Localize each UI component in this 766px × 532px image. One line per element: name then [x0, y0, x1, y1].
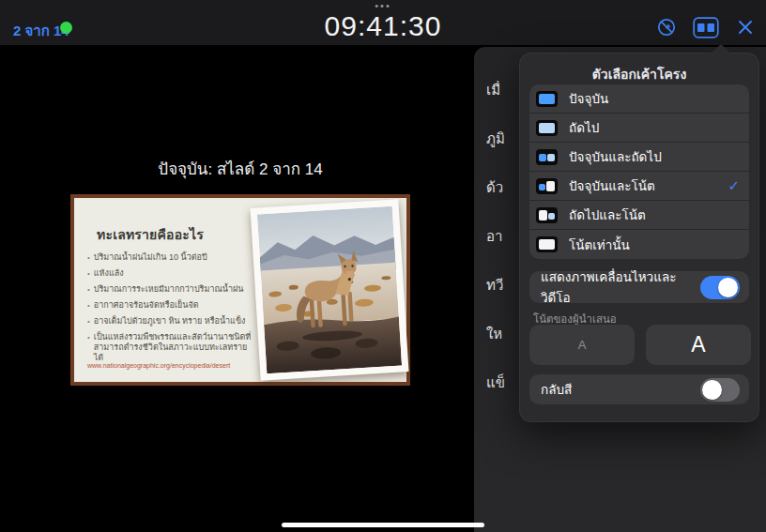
next-and-notes-icon [536, 207, 558, 223]
draw-disabled-icon [656, 17, 677, 38]
next-slide-icon [536, 120, 558, 136]
presentation-clock: 09:41:30 [0, 10, 766, 42]
current-slide-preview[interactable]: ทะเลทรายคืออะไร •ปริมาณน้ำฝนไม่เกิน 10 น… [70, 194, 410, 386]
toolbar-buttons [653, 16, 758, 38]
draw-disabled-button[interactable] [653, 16, 680, 38]
popover-title: ตัวเลือกเค้าโครง [520, 64, 758, 84]
slide-source-link: www.nationalgeographic.org/encyclopedia/… [87, 362, 230, 369]
invert-colors-row: กลับสี [529, 374, 749, 404]
slide-bullet: •อากาศอาจร้อนจัดหรือเย็นจัด [87, 300, 254, 311]
notes-only-icon [536, 236, 558, 252]
current-and-notes-icon [536, 178, 558, 194]
bullet-icon: • [87, 252, 90, 263]
presenter-notes-text: เมื่ ภูมิ ด้ว อา ทวี ให แข็ [486, 78, 505, 395]
layout-option-next-notes[interactable]: ถัดไปและโน้ต [529, 201, 749, 230]
bullet-icon: • [87, 332, 90, 363]
popover-arrow [711, 44, 731, 53]
bullet-icon: • [87, 284, 90, 295]
layout-option-current-notes[interactable]: ปัจจุบันและโน้ต ✓ [529, 172, 749, 201]
layout-options-icon [693, 17, 719, 38]
slide-bullet: •แห้งแล้ง [87, 268, 254, 279]
home-indicator[interactable] [282, 523, 484, 527]
animations-toggle[interactable] [700, 276, 740, 299]
invert-colors-toggle[interactable] [700, 378, 740, 402]
slide-bullet: •ปริมาณน้ำฝนไม่เกิน 10 นิ้วต่อปี [87, 252, 254, 263]
bullet-icon: • [87, 300, 90, 311]
layout-option-current[interactable]: ปัจจุบัน [529, 84, 749, 114]
toggle-knob [702, 380, 722, 400]
top-bar: ••• 2 จาก 14 09:41:30 [0, 0, 766, 45]
presenter-display: ••• 2 จาก 14 09:41:30 [0, 0, 766, 532]
current-slide-caption: ปัจจุบัน: สไลด์ 2 จาก 14 [70, 156, 410, 181]
current-slide-icon [536, 91, 558, 107]
layout-option-list: ปัจจุบัน ถัดไป ปัจจุบันและถัดไป ปัจจุบัน… [529, 84, 749, 259]
slide-bullet: •ปริมาณการระเหยมีมากกว่าปริมาณน้ำฝน [87, 284, 254, 295]
layout-options-button[interactable] [693, 16, 719, 38]
slide-bullet: •อาจเต็มไปด้วยภูเขา หิน ทราย หรือน้ำแข็ง [87, 316, 254, 327]
slide-title: ทะเลทรายคืออะไร [97, 224, 204, 245]
layout-options-popover: ตัวเลือกเค้าโครง ปัจจุบัน ถัดไป ปัจจุบัน… [519, 53, 759, 422]
increase-font-button[interactable]: A [646, 325, 751, 365]
layout-option-notes-only[interactable]: โน้ตเท่านั้น [529, 230, 749, 259]
slide-bullet: •เป็นแหล่งรวมพืชพรรณและสัตว์นานาชนิดที่ส… [87, 332, 254, 363]
bullet-icon: • [87, 268, 90, 279]
decrease-font-button[interactable]: A [529, 325, 635, 365]
layout-option-next[interactable]: ถัดไป [529, 114, 749, 143]
desert-coyote-photo [251, 199, 409, 380]
checkmark-icon: ✓ [728, 177, 740, 194]
animations-video-row: แสดงภาพเคลื่อนไหวและวิดีโอ [529, 271, 749, 303]
slide-bullet-list: •ปริมาณน้ำฝนไม่เกิน 10 นิ้วต่อปี •แห้งแล… [87, 252, 254, 369]
close-button[interactable] [732, 16, 758, 38]
toggle-knob [718, 278, 738, 297]
bullet-icon: • [87, 316, 90, 327]
coyote-photo-image [257, 206, 402, 373]
layout-option-current-next[interactable]: ปัจจุบันและถัดไป [529, 143, 749, 172]
current-and-next-icon [536, 149, 558, 165]
close-icon [737, 19, 754, 36]
